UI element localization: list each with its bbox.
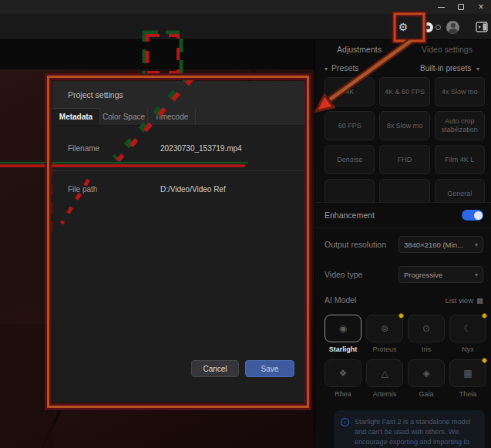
credits-indicator[interactable] (423, 22, 441, 32)
new-badge (482, 358, 487, 363)
minimize-button[interactable] (431, 0, 451, 14)
chevron-down-icon: ▾ (476, 66, 479, 72)
theia-icon: ▦ (463, 368, 472, 379)
preset-film-4k-l[interactable]: Film 4K L (435, 145, 485, 174)
panel-toggle-icon[interactable] (476, 22, 488, 32)
file-path-label: File path (52, 185, 160, 194)
preset-60fps[interactable]: 60 FPS (325, 111, 375, 140)
ai-model-label: AI Model (325, 295, 356, 305)
artemis-icon: △ (381, 368, 388, 379)
ai-model-row: AI Model List view ▦ (315, 288, 491, 312)
model-proteus[interactable]: ⊚ Proteus (366, 315, 403, 359)
cancel-button[interactable]: Cancel (191, 360, 239, 377)
filename-row: Filename 20230730_153719.mp4 (52, 126, 304, 171)
built-in-presets-selector[interactable]: Built-in presets ▾ (420, 64, 483, 72)
preset-8x-slow-mo[interactable]: 8x Slow mo (379, 111, 429, 140)
info-note-text: Starlight Fast 2 is a standalone model a… (355, 417, 477, 448)
model-artemis[interactable]: △ Artemis (366, 359, 403, 404)
app-window: × ⚙ (0, 0, 491, 448)
video-type-dropdown[interactable]: Progressive ▾ (399, 266, 483, 283)
enhancement-toggle[interactable] (462, 210, 483, 221)
info-icon: i (341, 418, 349, 426)
settings-sidebar: Adjustments Video settings ▾Presets Buil… (314, 40, 491, 448)
preset-grid: 4K 4K & 60 FPS 4x Slow mo 60 FPS 8x Slow… (315, 76, 491, 174)
list-view-label: List view (446, 296, 473, 305)
chevron-down-icon: ▾ (325, 66, 328, 72)
toolbar-right-cluster: ⚙ (392, 14, 488, 40)
preset-unlabeled-1[interactable] (325, 179, 375, 202)
account-avatar[interactable] (446, 21, 459, 34)
presets-header: ▾Presets Built-in presets ▾ (315, 59, 491, 76)
model-label: Gaia (419, 390, 433, 398)
proteus-icon: ⊚ (381, 323, 388, 334)
filename-value: 20230730_153719.mp4 (160, 144, 242, 153)
window-titlebar: × (0, 0, 491, 14)
output-resolution-dropdown[interactable]: 3840×2160 (Min... ▾ (399, 236, 483, 253)
tab-metadata[interactable]: Metadata (52, 108, 100, 125)
sidebar-tabs: Adjustments Video settings (315, 40, 491, 59)
list-view-toggle[interactable]: List view ▦ (446, 296, 483, 305)
model-label: Theia (459, 390, 477, 398)
gaia-icon: ◈ (422, 368, 429, 379)
model-label: Artemis (373, 390, 397, 398)
iris-icon: ⊙ (422, 323, 430, 334)
preset-unlabeled-2[interactable] (379, 179, 429, 202)
dialog-tab-bar: Metadata Color Space Timecode (52, 108, 304, 126)
rhea-icon: ❖ (339, 368, 348, 379)
model-theia[interactable]: ▦ Theia (449, 359, 486, 404)
dialog-header: Project settings (52, 81, 304, 108)
preset-4x-slow-mo[interactable]: 4x Slow mo (435, 77, 485, 106)
enhancement-label: Enhancement (325, 211, 375, 220)
preset-auto-crop-stabilization[interactable]: Auto crop stabilization (435, 111, 485, 140)
preset-denoise[interactable]: Denoise (325, 145, 375, 174)
project-settings-dialog: Project settings Metadata Color Space Ti… (52, 81, 304, 403)
dialog-body: Filename 20230730_153719.mp4 File path D… (52, 126, 304, 386)
nyx-icon: ☾ (464, 323, 473, 334)
tab-video-settings[interactable]: Video settings (403, 45, 491, 54)
presets-collapse[interactable]: ▾Presets (325, 63, 359, 72)
tab-adjustments[interactable]: Adjustments (315, 45, 403, 54)
model-starlight[interactable]: ◉ Starlight (325, 315, 362, 359)
model-nyx[interactable]: ☾ Nyx (449, 315, 486, 359)
file-path-row: File path D:/Video/Video Ref (52, 171, 304, 207)
dialog-title: Project settings (68, 90, 123, 99)
new-badge (399, 313, 404, 318)
video-type-label: Video type (325, 270, 362, 279)
preset-fhd[interactable]: FHD (379, 145, 429, 174)
model-label: Starlight (329, 345, 358, 353)
dialog-footer: Cancel Save (52, 352, 304, 386)
tab-timecode[interactable]: Timecode (148, 108, 196, 125)
close-icon: × (478, 2, 483, 12)
model-label: Iris (422, 345, 431, 353)
model-label: Proteus (372, 345, 396, 353)
enhancement-row: Enhancement (315, 203, 491, 227)
preset-4k[interactable]: 4K (325, 77, 375, 106)
maximize-button[interactable] (451, 0, 471, 14)
output-resolution-label: Output resolution (325, 240, 386, 249)
starlight-icon: ◉ (339, 323, 347, 334)
credits-icon (423, 22, 433, 32)
tab-color-space[interactable]: Color Space (100, 108, 148, 125)
credits-count-icon (436, 25, 441, 30)
preset-4k-60fps[interactable]: 4K & 60 FPS (379, 77, 429, 106)
app-toolbar: ⚙ (0, 14, 491, 40)
save-button[interactable]: Save (245, 360, 294, 377)
chevron-down-icon: ▾ (475, 241, 478, 248)
built-in-presets-label: Built-in presets (420, 64, 471, 72)
close-button[interactable]: × (471, 0, 491, 14)
file-path-value: D:/Video/Video Ref (160, 185, 226, 194)
filename-label: Filename (52, 144, 160, 153)
output-resolution-value: 3840×2160 (Min... (404, 241, 463, 249)
new-badge (482, 313, 487, 318)
settings-button[interactable]: ⚙ (392, 16, 415, 38)
output-resolution-row: Output resolution 3840×2160 (Min... ▾ (315, 228, 491, 261)
model-rhea[interactable]: ❖ Rhea (325, 359, 362, 404)
model-info-note: i Starlight Fast 2 is a standalone model… (334, 410, 485, 448)
maximize-icon (458, 4, 464, 10)
preset-general[interactable]: General (435, 179, 485, 202)
video-type-row: Video type Progressive ▾ (315, 261, 491, 288)
model-label: Rhea (335, 390, 351, 398)
model-gaia[interactable]: ◈ Gaia (408, 359, 445, 404)
minimize-icon (438, 7, 445, 8)
model-iris[interactable]: ⊙ Iris (408, 315, 445, 359)
